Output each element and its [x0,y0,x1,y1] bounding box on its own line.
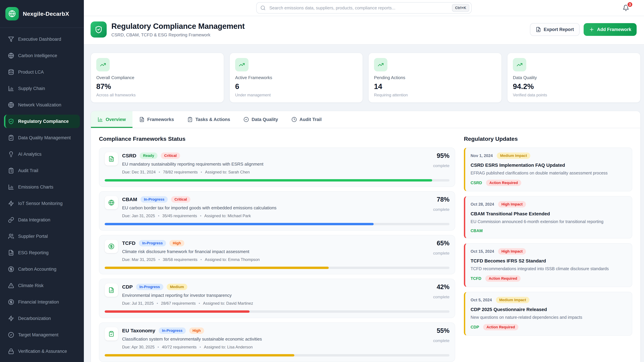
completion-percent: 95% [437,152,450,159]
clipboard-check-icon [187,117,193,122]
sidebar-item-label: Supply Chain [18,86,45,91]
status-badge: In-Progress [139,240,166,246]
impact-badge: Medium Impact [496,297,530,303]
due-date: Due: Dec 31, 2024 [122,170,156,174]
sidebar-item-regulatory-compliance[interactable]: Regulatory Compliance [4,115,80,128]
sidebar-item-label: Decarbonization [18,316,51,321]
tab-tasks-actions[interactable]: Tasks & Actions [180,111,237,128]
action-required-badge: Action Required [486,180,521,186]
sidebar-item-supplier-portal[interactable]: Supplier Portal [4,230,80,243]
sidebar-item-target-management[interactable]: Target Management [4,328,80,342]
shield-check-icon [90,21,107,37]
file-text-icon [105,152,118,166]
sidebar-item-emissions-charts[interactable]: Emissions Charts [4,180,80,194]
sidebar-item-product-lca[interactable]: Product LCA [4,65,80,79]
priority-badge: Critical [161,152,180,159]
sidebar-item-data-integration[interactable]: Data Integration [4,213,80,227]
assignee: Assigned to: Michael Park [204,214,251,218]
sidebar-item-esg-reporting[interactable]: ESG Reporting [4,246,80,259]
update-date: Oct 28, 2024 [470,202,494,207]
sidebar-item-financial-integration[interactable]: Financial Integration [4,295,80,309]
update-date: Oct 5, 2024 [470,298,492,302]
framework-card-csrd[interactable]: CSRDReadyCriticalEU mandatory sustainabi… [99,147,455,187]
global-search[interactable]: Ctrl+K [256,2,472,13]
sidebar-item-supply-chain[interactable]: Supply Chain [4,82,80,95]
bar-chart-icon [8,85,14,91]
sidebar-item-label: IoT Sensor Monitoring [18,201,62,206]
update-card-csrd-esrs-implementation-faq-updated[interactable]: Nov 1, 2024Medium ImpactCSRD ESRS Implem… [464,147,632,191]
tab-overview[interactable]: Overview [91,111,132,128]
framework-name: EU Taxonomy [122,328,155,334]
sidebar-item-label: Target Management [18,332,58,338]
update-card-cdp-2025-questionnaire-released[interactable]: Oct 5, 2024Medium ImpactCDP 2025 Questio… [464,292,632,336]
framework-description: Climate risk disclosure framework for fi… [122,249,425,254]
progress-track [105,354,450,357]
sidebar: Nexgile-DecarbX Executive DashboardCarbo… [0,0,84,362]
dollar-circle-icon [8,299,14,305]
framework-card-eu-taxonomy[interactable]: EU TaxonomyIn-ProgressHighClassification… [99,323,455,362]
tab-frameworks[interactable]: Frameworks [132,111,180,128]
sidebar-item-iot-sensor-monitoring[interactable]: IoT Sensor Monitoring [4,197,80,210]
update-title: TCFD Becomes IFRS S2 Standard [470,258,626,264]
search-icon [260,5,266,10]
sidebar-item-data-quality-management[interactable]: Data Quality Management [4,131,80,144]
assignee: Assigned to: David Martinez [203,301,253,306]
notifications-button[interactable]: 3 [622,4,629,11]
framework-description: EU mandatory sustainability reporting re… [122,162,425,167]
brand-name: Nexgile-DecarbX [23,10,69,17]
clipboard-check-icon [8,135,14,141]
sidebar-item-decarbonization[interactable]: Decarbonization [4,312,80,325]
sidebar-item-label: Executive Dashboard [18,37,61,42]
add-framework-button[interactable]: Add Framework [584,23,636,36]
app-window: Nexgile-DecarbX Executive DashboardCarbo… [0,0,644,362]
framework-tag: CBAM [470,228,483,233]
update-date: Nov 1, 2024 [470,153,493,158]
bar-chart-icon [98,117,103,122]
assignee: Assigned to: Lisa Anderson [204,345,253,350]
framework-description: Classification system for environmentall… [122,337,425,342]
update-title: CBAM Transitional Phase Extended [470,211,626,217]
framework-card-tcfd[interactable]: TCFDIn-ProgressHighClimate risk disclosu… [99,235,455,274]
update-description: EFRAG published clarifications on double… [470,170,626,176]
sidebar-item-audit-trail[interactable]: Audit Trail [4,164,80,177]
impact-badge: High Impact [498,248,526,255]
trending-up-icon [96,58,110,71]
stat-subtext: Verified data points [513,93,635,97]
framework-card-cbam[interactable]: CBAMIn-ProgressCriticalEU carbon border … [99,191,455,231]
filter-icon [8,36,14,42]
requirements-count: 40/72 requirements [162,345,196,350]
page-content: Overall Compliance87%Across all framewor… [84,44,644,362]
sidebar-item-label: Supplier Portal [18,234,48,239]
update-card-cbam-transitional-phase-extended[interactable]: Oct 28, 2024High ImpactCBAM Transitional… [464,196,632,238]
sidebar-item-carbon-intelligence[interactable]: Carbon Intelligence [4,49,80,62]
sidebar-item-network-visualization[interactable]: Network Visualization [4,98,80,112]
sidebar-item-label: Climate Risk [18,283,44,288]
update-card-tcfd-becomes-ifrs-s2-standard[interactable]: Oct 15, 2024High ImpactTCFD Becomes IFRS… [464,243,632,287]
tab-audit-trail[interactable]: Audit Trail [285,111,328,128]
sidebar-item-executive-dashboard[interactable]: Executive Dashboard [4,32,80,46]
update-date: Oct 15, 2024 [470,249,494,254]
sidebar-item-climate-risk[interactable]: Climate Risk [4,279,80,292]
globe-icon [8,102,14,108]
framework-meta: Due: Mar 31, 2025•38/58 requirements•Ass… [122,257,425,262]
tab-data-quality[interactable]: Data Quality [237,111,285,128]
complete-label: complete [433,338,450,343]
complete-label: complete [433,207,450,212]
assignee: Assigned to: Sarah Chen [205,170,250,174]
update-description: TCFD recommendations integrated into ISS… [470,266,626,272]
shortcut-badge: Ctrl+K [452,4,469,12]
compliance-panel: OverviewFrameworksTasks & ActionsData Qu… [90,111,641,362]
sidebar-item-ai-analytics[interactable]: AI Analytics [4,147,80,161]
search-input[interactable] [269,5,449,11]
bar-chart-icon [8,184,14,190]
sidebar-item-label: Product LCA [18,69,44,75]
update-title: CSRD ESRS Implementation FAQ Updated [470,163,626,168]
export-report-button[interactable]: Export Report [530,23,580,36]
sidebar-nav: Executive DashboardCarbon IntelligencePr… [0,28,84,362]
sidebar-item-verification-assurance[interactable]: Verification & Assurance [4,345,80,358]
sidebar-item-carbon-accounting[interactable]: Carbon Accounting [4,263,80,276]
sidebar-item-label: Financial Integration [18,300,59,305]
priority-badge: High [170,240,184,246]
requirements-count: 28/67 requirements [161,301,196,306]
framework-card-cdp[interactable]: CDPIn-ProgressMediumEnvironmental impact… [99,279,455,318]
